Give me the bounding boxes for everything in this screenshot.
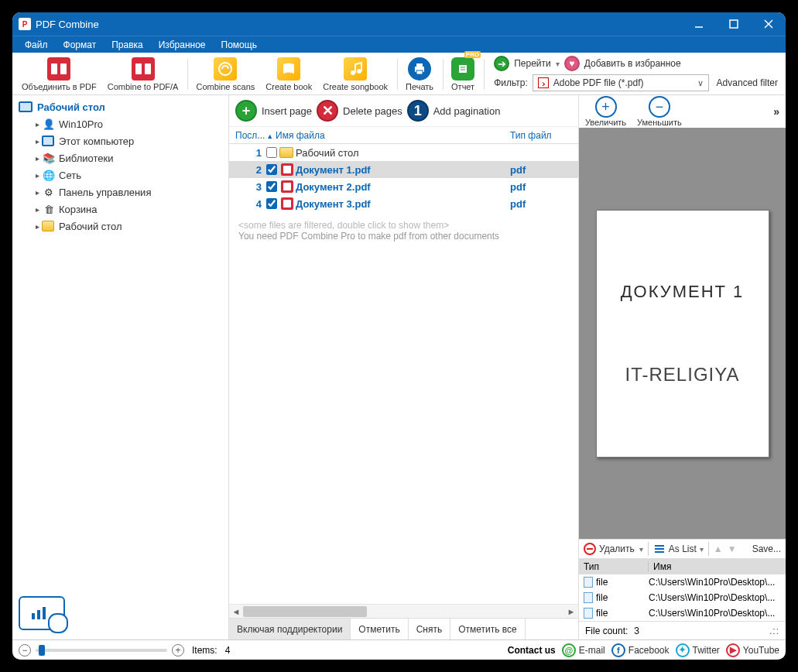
output-col-name[interactable]: Имя: [649, 561, 786, 572]
insert-page-button[interactable]: +Insert page: [235, 100, 312, 122]
close-button[interactable]: [751, 12, 786, 36]
app-title: PDF Combine: [36, 19, 99, 30]
file-row[interactable]: 4Документ 3.pdfpdf: [229, 195, 578, 212]
menu-file[interactable]: Файл: [17, 39, 56, 50]
center-tabs: Включая поддиректории Отметить Снять Отм…: [229, 618, 578, 639]
tree-root[interactable]: Рабочий стол: [12, 98, 228, 115]
menu-help[interactable]: Помощь: [214, 39, 265, 50]
zoom-plus-icon[interactable]: +: [172, 644, 184, 657]
menu-favorites[interactable]: Избранное: [151, 39, 214, 50]
youtube-link[interactable]: ▶YouTube: [726, 643, 779, 657]
add-favorite-button[interactable]: Добавить в избранное: [584, 58, 681, 69]
zoom-minus-icon[interactable]: −: [19, 644, 31, 657]
output-list-toolbar: Удалить▾ As List▾ ▲ ▼ Save...: [579, 539, 786, 559]
scroll-right-icon[interactable]: ►: [564, 605, 578, 619]
filter-combo[interactable]: Adobe PDF file (*.pdf) ∨: [533, 74, 709, 91]
delete-output-button[interactable]: Удалить▾: [584, 543, 643, 555]
email-link[interactable]: @E-mail: [562, 643, 605, 657]
row-checkbox[interactable]: [266, 164, 277, 175]
go-button[interactable]: Перейти: [514, 58, 551, 69]
facebook-link[interactable]: fFacebook: [611, 643, 670, 657]
view-mode-button[interactable]: As List▾: [653, 543, 704, 555]
scrollbar-thumb[interactable]: [243, 606, 367, 617]
go-icon: ➔: [494, 56, 509, 71]
tab-check[interactable]: Отметить: [351, 619, 408, 640]
tree-item-3[interactable]: ▸🌐Сеть: [12, 166, 228, 183]
expand-icon[interactable]: ▸: [33, 171, 42, 180]
desktop-icon: [19, 101, 33, 112]
svg-rect-17: [32, 613, 35, 619]
tree-item-4[interactable]: ▸⚙Панель управления: [12, 183, 228, 201]
col-name[interactable]: Имя файла: [276, 130, 510, 141]
tree-item-1[interactable]: ▸Этот компьютер: [12, 132, 228, 149]
tab-include-subdirs[interactable]: Включая поддиректории: [229, 619, 351, 640]
file-row[interactable]: 1Рабочий стол: [229, 144, 578, 161]
save-button[interactable]: Save...: [752, 543, 781, 554]
pro-badge: PRO: [464, 51, 481, 58]
file-list-header: Посл...▲ Имя файла Тип файл: [229, 127, 578, 144]
col-order[interactable]: Посл...▲: [235, 130, 276, 141]
expand-icon[interactable]: ▸: [33, 137, 42, 146]
facebook-icon: f: [611, 643, 625, 657]
zoom-slider[interactable]: − +: [19, 644, 184, 657]
col-type[interactable]: Тип файл: [510, 130, 572, 141]
menu-edit[interactable]: Правка: [104, 39, 151, 50]
tree-item-5[interactable]: ▸🗑Корзина: [12, 201, 228, 218]
slider-thumb[interactable]: [39, 645, 45, 656]
x-icon: ✕: [317, 100, 338, 122]
combine-pdf-button[interactable]: Объединить в PDF: [17, 56, 101, 93]
expand-icon[interactable]: ▸: [33, 154, 42, 163]
combine-pdfa-button[interactable]: Combine to PDF/A: [103, 56, 183, 93]
scroll-left-icon[interactable]: ◄: [229, 605, 243, 619]
twitter-link[interactable]: ✦Twitter: [676, 643, 720, 657]
tab-uncheck[interactable]: Снять: [409, 619, 451, 640]
window-controls: [681, 12, 786, 36]
minimize-button[interactable]: [681, 12, 716, 36]
menu-format[interactable]: Формат: [56, 39, 104, 50]
combine-scans-button[interactable]: Combine scans: [191, 56, 259, 93]
zoom-out-button[interactable]: −Уменьшить: [637, 96, 682, 127]
expand-icon[interactable]: ▸: [33, 205, 42, 214]
expand-icon[interactable]: ▸: [33, 222, 42, 231]
move-up-button[interactable]: ▲: [714, 543, 723, 554]
tree-item-2[interactable]: ▸📚Библиотеки: [12, 149, 228, 166]
row-number: 2: [235, 164, 265, 176]
expand-icon[interactable]: ▸: [33, 120, 42, 129]
expand-icon[interactable]: ▸: [33, 188, 42, 197]
overflow-icon[interactable]: .::: [769, 626, 779, 636]
report-button[interactable]: PRO Отчет: [447, 56, 479, 93]
twitter-icon: ✦: [676, 643, 690, 657]
row-number: 4: [235, 198, 265, 210]
maximize-button[interactable]: [716, 12, 751, 36]
output-path: C:\Users\Win10Pro\Desktop\...: [649, 592, 786, 603]
advanced-filter-button[interactable]: Advanced filter: [714, 77, 781, 88]
create-book-button[interactable]: Create book: [261, 56, 317, 93]
tree-item-6[interactable]: ▸Рабочий стол: [12, 218, 228, 235]
more-icon[interactable]: »: [773, 105, 779, 118]
tab-check-all[interactable]: Отметить все: [450, 619, 526, 640]
row-checkbox[interactable]: [266, 147, 277, 158]
output-row[interactable]: fileC:\Users\Win10Pro\Desktop\...: [579, 590, 786, 605]
svg-rect-4: [51, 63, 57, 74]
pdf-icon: [281, 180, 293, 193]
row-checkbox[interactable]: [266, 181, 277, 192]
statusbar: − + Items: 4 Contact us @E-mail fFaceboo…: [12, 639, 786, 660]
scans-icon: [214, 57, 237, 81]
output-col-type[interactable]: Тип: [579, 561, 649, 572]
libraries-icon: 📚: [42, 152, 56, 164]
move-down-button[interactable]: ▼: [728, 543, 737, 554]
create-songbook-button[interactable]: Create songbook: [318, 56, 392, 93]
horizontal-scrollbar[interactable]: ◄ ►: [229, 604, 578, 618]
row-checkbox[interactable]: [266, 198, 277, 209]
file-row[interactable]: 2Документ 1.pdfpdf: [229, 161, 578, 178]
add-pagination-button[interactable]: 1Add pagination: [407, 100, 501, 122]
zoom-in-button[interactable]: +Увеличить: [585, 96, 626, 127]
heart-icon: ♥: [564, 56, 580, 71]
output-row[interactable]: fileC:\Users\Win10Pro\Desktop\...: [579, 574, 786, 590]
file-row[interactable]: 3Документ 2.pdfpdf: [229, 178, 578, 195]
tree-item-0[interactable]: ▸👤Win10Pro: [12, 115, 228, 132]
slider-track[interactable]: [36, 649, 167, 652]
print-button[interactable]: Печать: [401, 56, 438, 93]
delete-pages-button[interactable]: ✕Delete pages: [317, 100, 402, 122]
output-row[interactable]: fileC:\Users\Win10Pro\Desktop\...: [579, 605, 786, 621]
